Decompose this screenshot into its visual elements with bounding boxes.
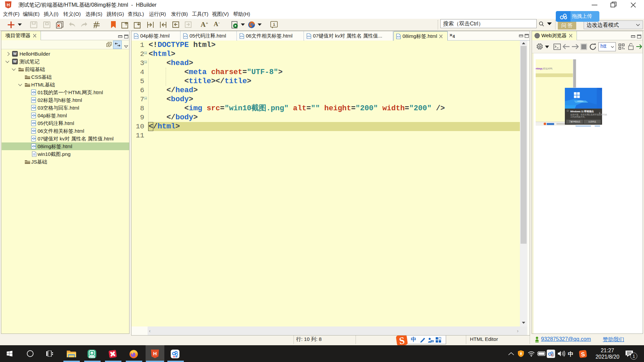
svg-text:i: i (273, 22, 275, 27)
svg-text:H: H (7, 2, 10, 7)
svg-text:<>: <> (397, 35, 400, 38)
svg-text:S: S (581, 351, 585, 358)
svg-text:H: H (153, 351, 157, 356)
svg-text:<>: <> (307, 35, 311, 38)
svg-text:<>: <> (135, 35, 138, 38)
svg-text:<>: <> (240, 35, 244, 38)
svg-text:<>: <> (184, 35, 187, 38)
svg-text:GE: GE (431, 340, 434, 342)
